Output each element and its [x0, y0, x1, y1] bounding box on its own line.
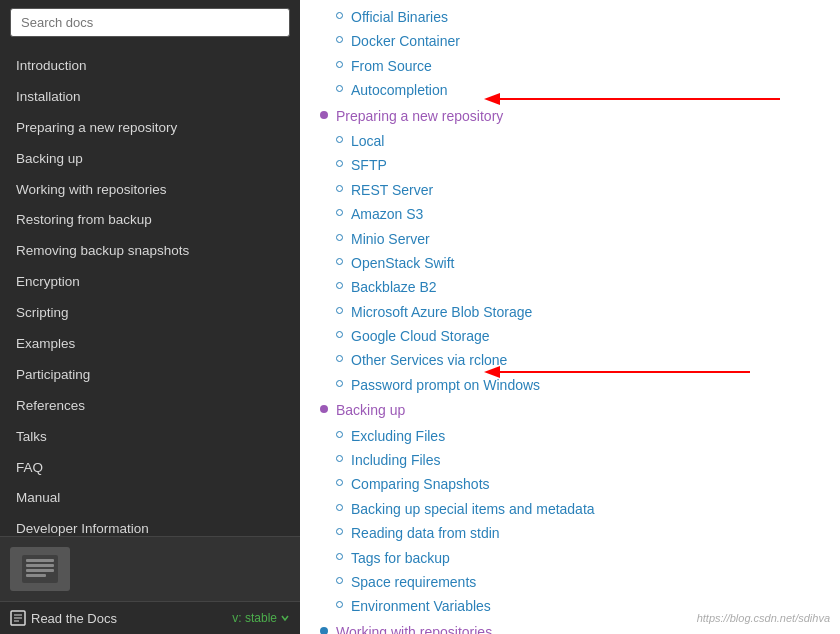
list-item: Password prompt on Windows — [336, 373, 820, 397]
toc-link[interactable]: Backblaze B2 — [351, 276, 437, 298]
toc-link[interactable]: Microsoft Azure Blob Storage — [351, 301, 532, 323]
toc-link[interactable]: Official Binaries — [351, 6, 448, 28]
circle-dot — [336, 85, 343, 92]
circle-dot — [336, 528, 343, 535]
toc-link[interactable]: Local — [351, 130, 384, 152]
list-item: Tags for backup — [336, 546, 820, 570]
list-item: Autocompletion — [336, 78, 820, 102]
circle-dot — [336, 258, 343, 265]
list-item: From Source — [336, 54, 820, 78]
sidebar-nav-item[interactable]: Introduction — [0, 51, 300, 82]
circle-dot — [336, 355, 343, 362]
toc-link[interactable]: Comparing Snapshots — [351, 473, 490, 495]
sidebar-nav-item[interactable]: Encryption — [0, 267, 300, 298]
sidebar-nav-item[interactable]: Working with repositories — [0, 175, 300, 206]
list-item: Google Cloud Storage — [336, 324, 820, 348]
version-badge[interactable]: v: stable — [232, 611, 290, 625]
toc-link[interactable]: Google Cloud Storage — [351, 325, 490, 347]
circle-dot — [336, 307, 343, 314]
toc-link[interactable]: Space requirements — [351, 571, 476, 593]
toc-link[interactable]: Autocompletion — [351, 79, 448, 101]
sidebar-nav-item[interactable]: Restoring from backup — [0, 205, 300, 236]
toc-link[interactable]: Reading data from stdin — [351, 522, 500, 544]
toc-link[interactable]: OpenStack Swift — [351, 252, 455, 274]
list-item: Official BinariesDocker ContainerFrom So… — [320, 4, 820, 104]
circle-dot — [336, 234, 343, 241]
circle-dot — [336, 479, 343, 486]
list-item: REST Server — [336, 178, 820, 202]
toc-link[interactable]: Excluding Files — [351, 425, 445, 447]
toc-link[interactable]: Minio Server — [351, 228, 430, 250]
list-item: Docker Container — [336, 29, 820, 53]
toc-link[interactable]: SFTP — [351, 154, 387, 176]
circle-dot — [336, 160, 343, 167]
preparing-section: Preparing a new repository — [320, 104, 820, 128]
circle-dot — [336, 553, 343, 560]
circle-dot — [336, 601, 343, 608]
sidebar-nav-item[interactable]: Talks — [0, 422, 300, 453]
backing-children: Excluding FilesIncluding FilesComparing … — [320, 423, 820, 620]
bullet-dot-backing — [320, 405, 328, 413]
circle-dot — [336, 282, 343, 289]
toc-link[interactable]: Other Services via rclone — [351, 349, 507, 371]
working-link[interactable]: Working with repositories — [336, 621, 492, 634]
list-item: Microsoft Azure Blob Storage — [336, 300, 820, 324]
sidebar-nav-item[interactable]: Preparing a new repository — [0, 113, 300, 144]
list-item: Backblaze B2 — [336, 275, 820, 299]
sidebar-nav-item[interactable]: Scripting — [0, 298, 300, 329]
bullet-dot-working — [320, 627, 328, 634]
circle-dot — [336, 380, 343, 387]
chevron-down-icon — [280, 613, 290, 623]
backing-link[interactable]: Backing up — [336, 399, 405, 421]
circle-dot — [336, 185, 343, 192]
sidebar-nav-item[interactable]: References — [0, 391, 300, 422]
circle-dot — [336, 209, 343, 216]
preparing-sublist: LocalSFTPREST ServerAmazon S3Minio Serve… — [336, 129, 820, 397]
preparing-link[interactable]: Preparing a new repository — [336, 105, 503, 127]
toc-link[interactable]: Amazon S3 — [351, 203, 423, 225]
sidebar-nav-item[interactable]: Backing up — [0, 144, 300, 175]
toc-link[interactable]: Including Files — [351, 449, 441, 471]
svg-rect-2 — [26, 564, 54, 567]
sidebar-nav-item[interactable]: Examples — [0, 329, 300, 360]
toc-link[interactable]: Docker Container — [351, 30, 460, 52]
list-item: Reading data from stdin — [336, 521, 820, 545]
circle-dot — [336, 577, 343, 584]
list-item: Local — [336, 129, 820, 153]
sidebar-nav-item[interactable]: Manual — [0, 483, 300, 514]
sidebar: IntroductionInstallationPreparing a new … — [0, 0, 300, 634]
toc-link[interactable]: REST Server — [351, 179, 433, 201]
search-box — [0, 0, 300, 45]
list-item: OpenStack Swift — [336, 251, 820, 275]
sidebar-nav-item[interactable]: Participating — [0, 360, 300, 391]
book-icon — [10, 610, 26, 626]
sidebar-nav-item[interactable]: Removing backup snapshots — [0, 236, 300, 267]
list-item: Amazon S3 — [336, 202, 820, 226]
list-item: Minio Server — [336, 227, 820, 251]
list-item: Excluding Files — [336, 424, 820, 448]
backing-sublist: Excluding FilesIncluding FilesComparing … — [336, 424, 820, 619]
sidebar-footer — [0, 536, 300, 601]
read-the-docs-label: Read the Docs — [10, 610, 117, 626]
svg-rect-4 — [26, 574, 46, 577]
watermark: https://blog.csdn.net/sdihva — [697, 612, 830, 624]
sidebar-nav-item[interactable]: Developer Information — [0, 514, 300, 536]
toc-link[interactable]: Environment Variables — [351, 595, 491, 617]
list-item: Other Services via rclone — [336, 348, 820, 372]
circle-dot — [336, 36, 343, 43]
bullet-dot — [320, 111, 328, 119]
toc-list: Official BinariesDocker ContainerFrom So… — [320, 0, 820, 634]
circle-dot — [336, 136, 343, 143]
sidebar-nav-item[interactable]: FAQ — [0, 453, 300, 484]
rtd-logo — [10, 547, 70, 591]
sidebar-nav-item[interactable]: Installation — [0, 82, 300, 113]
toc-link[interactable]: Backing up special items and metadata — [351, 498, 595, 520]
list-item: Official Binaries — [336, 5, 820, 29]
main-content: Official BinariesDocker ContainerFrom So… — [300, 0, 840, 634]
toc-link[interactable]: From Source — [351, 55, 432, 77]
toc-link[interactable]: Password prompt on Windows — [351, 374, 540, 396]
circle-dot — [336, 61, 343, 68]
toc-link[interactable]: Tags for backup — [351, 547, 450, 569]
list-item: Including Files — [336, 448, 820, 472]
search-input[interactable] — [10, 8, 290, 37]
